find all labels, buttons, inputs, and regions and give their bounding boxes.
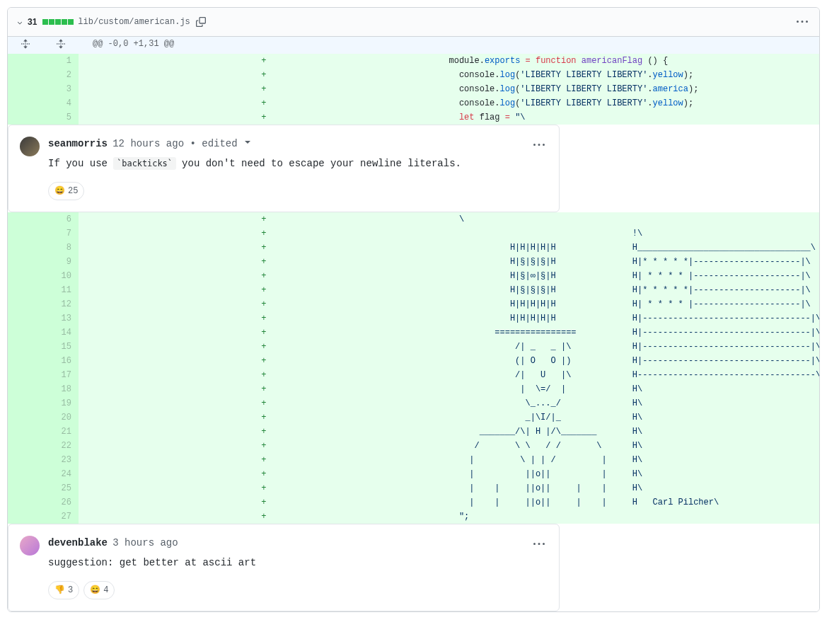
file-actions-menu[interactable] [794, 13, 811, 30]
line-num-old[interactable] [8, 354, 43, 368]
line-num-old[interactable] [8, 241, 43, 255]
line-num-new[interactable]: 19 [43, 396, 79, 410]
line-num-old[interactable] [8, 283, 43, 297]
expand-icon[interactable] [43, 37, 79, 54]
line-num-new[interactable]: 3 [43, 82, 79, 96]
line-num-old[interactable] [8, 54, 43, 68]
line-num-old[interactable] [8, 326, 43, 340]
line-num-old[interactable] [8, 410, 43, 425]
diff-marker: + [79, 269, 449, 283]
file-header: 31 lib/custom/american.js [8, 8, 819, 37]
comment-username[interactable]: devenblake [48, 537, 108, 548]
reaction-emoji: 😄 [54, 184, 65, 198]
line-num-old[interactable] [8, 311, 43, 326]
code-line: 18+ | \=/ | H\ [8, 382, 819, 396]
line-num-new[interactable]: 24 [43, 467, 79, 481]
line-num-new[interactable]: 23 [43, 453, 79, 467]
code-line: 1+module.exports = function americanFlag… [8, 54, 819, 68]
line-num-old[interactable] [8, 68, 43, 82]
line-num-new[interactable]: 25 [43, 481, 79, 495]
line-num-new[interactable]: 9 [43, 255, 79, 269]
code-line: 9+ H|§|§|§|H H|* * * * *|---------------… [8, 255, 819, 269]
avatar[interactable] [20, 137, 40, 156]
diffstat-blocks [42, 19, 74, 25]
code-content: H|§|§|§|H H|* * * * *|------------------… [449, 255, 820, 269]
line-num-old[interactable] [8, 96, 43, 110]
code-content: /| _ _ |\ H|----------------------------… [449, 340, 820, 354]
expand-icon[interactable] [8, 37, 43, 54]
code-line: 8+ H|H|H|H|H H__________________________… [8, 241, 819, 255]
line-num-old[interactable] [8, 425, 43, 439]
edited-label[interactable]: • edited [184, 138, 250, 149]
code-content: console.log('LIBERTY LIBERTY LIBERTY'.am… [449, 82, 820, 96]
code-content: \_..._/ H\ [449, 396, 820, 410]
line-num-old[interactable] [8, 439, 43, 453]
file-path[interactable]: lib/custom/american.js [78, 17, 190, 27]
code-content: _|\I/|_ H\ [449, 410, 820, 425]
line-num-new[interactable]: 5 [43, 110, 79, 125]
avatar[interactable] [20, 536, 40, 556]
line-num-old[interactable] [8, 368, 43, 382]
comment-body-text: you don't need to escape your newline li… [176, 158, 461, 169]
diff-marker: + [79, 495, 449, 510]
reaction-button[interactable]: 👎3 [48, 581, 79, 599]
diff-marker: + [79, 110, 449, 125]
comment-time[interactable]: 3 hours ago [112, 537, 178, 548]
line-num-old[interactable] [8, 495, 43, 510]
line-num-new[interactable]: 11 [43, 283, 79, 297]
line-num-old[interactable] [8, 453, 43, 467]
line-num-old[interactable] [8, 110, 43, 125]
line-num-old[interactable] [8, 212, 43, 226]
line-num-new[interactable]: 21 [43, 425, 79, 439]
line-num-new[interactable]: 13 [43, 311, 79, 326]
line-num-old[interactable] [8, 269, 43, 283]
chevron-down-icon[interactable] [245, 141, 250, 146]
line-num-old[interactable] [8, 510, 43, 524]
line-num-new[interactable]: 20 [43, 410, 79, 425]
diff-marker: + [79, 283, 449, 297]
copy-path-icon[interactable] [195, 16, 207, 28]
line-num-new[interactable]: 6 [43, 212, 79, 226]
line-num-new[interactable]: 2 [43, 68, 79, 82]
line-num-new[interactable]: 26 [43, 495, 79, 510]
line-num-new[interactable]: 17 [43, 368, 79, 382]
line-num-new[interactable]: 16 [43, 354, 79, 368]
reaction-button[interactable]: 😄4 [83, 581, 115, 599]
line-num-new[interactable]: 27 [43, 510, 79, 524]
comment-username[interactable]: seanmorris [48, 138, 108, 149]
diff-marker: + [79, 255, 449, 269]
line-num-old[interactable] [8, 255, 43, 269]
comment-body-text: If you use [48, 158, 113, 169]
line-num-old[interactable] [8, 297, 43, 311]
comment-actions-menu[interactable] [531, 536, 548, 553]
line-num-new[interactable]: 14 [43, 326, 79, 340]
line-num-new[interactable]: 1 [43, 54, 79, 68]
code-content: \ [449, 212, 820, 226]
line-num-old[interactable] [8, 481, 43, 495]
comment-body-text: suggestion: get better at ascii art [48, 557, 256, 568]
line-num-new[interactable]: 18 [43, 382, 79, 396]
line-num-new[interactable]: 15 [43, 340, 79, 354]
line-num-old[interactable] [8, 340, 43, 354]
comment-actions-menu[interactable] [531, 137, 548, 154]
line-num-new[interactable]: 10 [43, 269, 79, 283]
line-num-old[interactable] [8, 82, 43, 96]
code-content: | ||o|| | H\ [449, 467, 820, 481]
diff-marker: + [79, 510, 449, 524]
line-num-new[interactable]: 12 [43, 297, 79, 311]
line-num-old[interactable] [8, 382, 43, 396]
line-num-old[interactable] [8, 226, 43, 241]
reaction-button[interactable]: 😄25 [48, 182, 84, 200]
line-num-new[interactable]: 8 [43, 241, 79, 255]
comment-time[interactable]: 12 hours ago [112, 138, 184, 149]
line-num-new[interactable]: 7 [43, 226, 79, 241]
code-line: 13+ H|H|H|H|H H|------------------------… [8, 311, 819, 326]
diff-marker: + [79, 481, 449, 495]
collapse-toggle[interactable] [16, 18, 23, 25]
line-num-old[interactable] [8, 467, 43, 481]
line-num-old[interactable] [8, 396, 43, 410]
diff-marker: + [79, 382, 449, 396]
line-num-new[interactable]: 22 [43, 439, 79, 453]
code-line: 12+ H|H|H|H|H H| * * * * |--------------… [8, 297, 819, 311]
line-num-new[interactable]: 4 [43, 96, 79, 110]
